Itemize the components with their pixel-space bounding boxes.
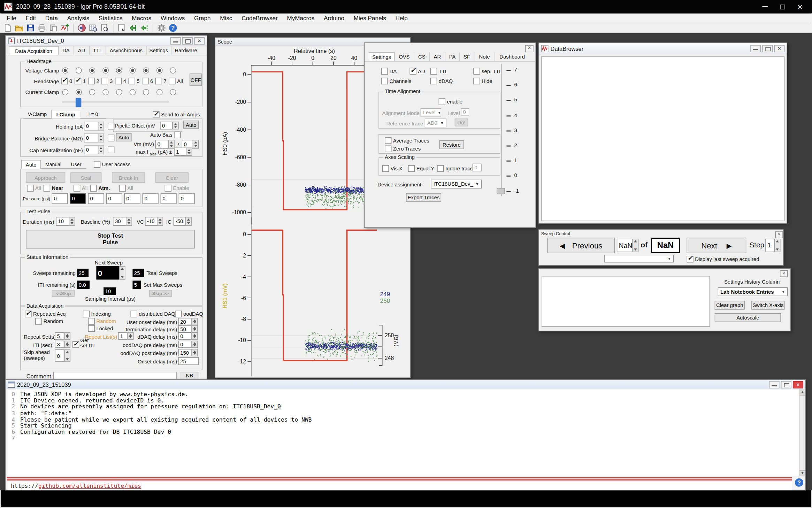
send-to-all-amps-checkbox[interactable]: Send to all Amps: [153, 111, 200, 118]
igor-help-button[interactable]: ?: [795, 478, 803, 487]
settings-gear-icon[interactable]: [157, 23, 166, 32]
vc-radio-2[interactable]: [89, 67, 95, 74]
settings-close-button[interactable]: ✕: [525, 45, 534, 52]
cc-radio-4[interactable]: [116, 89, 122, 95]
device-panel-titlebar[interactable]: ITC18USB_Dev_0 ×: [6, 36, 207, 46]
bs-ttl-checkbox[interactable]: TTL: [430, 68, 448, 75]
clear-button[interactable]: Clear: [155, 172, 189, 183]
sweep-dropdown[interactable]: [604, 255, 674, 262]
sweep-control-close-button[interactable]: ✕: [775, 231, 783, 238]
cc-radio-1[interactable]: [76, 89, 82, 95]
skip-ahead-spinner[interactable]: [64, 349, 70, 362]
pipette-offset-spinner[interactable]: [173, 122, 179, 129]
tab-ttl[interactable]: TTL: [90, 46, 106, 55]
vc-radio-3[interactable]: [102, 67, 109, 74]
cc-radio-5[interactable]: [130, 89, 136, 95]
bs-ddaq-checkbox[interactable]: dDAQ: [430, 78, 453, 84]
tab-pressure-user[interactable]: User: [66, 160, 86, 169]
vm-field[interactable]: 0: [155, 140, 169, 148]
holding-field[interactable]: 0: [84, 122, 99, 130]
max-i-bias-spinner[interactable]: [186, 148, 192, 156]
tab-bs-sf[interactable]: SF: [460, 52, 475, 61]
tab-ad[interactable]: AD: [74, 46, 90, 55]
autoscale-button[interactable]: Autoscale: [715, 313, 781, 322]
cc-radio-2[interactable]: [89, 89, 95, 95]
next-sweep-spinner[interactable]: [119, 266, 125, 280]
average-traces-checkbox[interactable]: Average Traces: [385, 137, 429, 144]
tab-bs-note[interactable]: Note: [474, 52, 495, 61]
menu-edit[interactable]: Edit: [21, 15, 40, 21]
app-minimize-button[interactable]: [757, 1, 773, 12]
auto-bias-checkbox[interactable]: Auto Bias: [150, 131, 181, 138]
ooddaq-post-delay-field[interactable]: 150: [178, 349, 192, 356]
cc-radio-0[interactable]: [62, 89, 68, 95]
pressure-field-5[interactable]: 0: [143, 193, 159, 204]
current-sweep-spinner[interactable]: [632, 239, 638, 252]
export-traces-button[interactable]: Export Traces: [406, 193, 441, 202]
iti-sec-field[interactable]: 3: [55, 341, 64, 348]
ooddaq-pre-delay-field[interactable]: 0: [178, 341, 192, 348]
db-close-button[interactable]: ×: [774, 45, 785, 52]
bridge-balance-field[interactable]: 0: [84, 133, 99, 142]
pipette-offset-field[interactable]: 0: [160, 122, 173, 129]
near-checkbox[interactable]: Near: [44, 185, 63, 192]
tab-settings[interactable]: Settings: [147, 46, 171, 55]
ic-spinner[interactable]: [185, 217, 192, 226]
comment-field[interactable]: [53, 372, 177, 379]
menu-statistics[interactable]: Statistics: [94, 15, 127, 21]
duration-spinner[interactable]: [69, 217, 75, 226]
cmd-close-button[interactable]: ×: [793, 381, 803, 388]
cap-neutralization-checkbox[interactable]: [108, 147, 114, 153]
vc-radio-all[interactable]: [170, 67, 176, 74]
bs-sep-ttl-checkbox[interactable]: sep. TTL: [473, 68, 502, 75]
bs-ad-checkbox[interactable]: AD: [409, 68, 425, 75]
panel-close-button[interactable]: ×: [194, 37, 205, 44]
vc-radio-4[interactable]: [116, 67, 122, 74]
headstage-slider-thumb[interactable]: [76, 98, 81, 107]
equal-y-checkbox[interactable]: Equal Y: [408, 165, 435, 172]
step-spinner[interactable]: [774, 239, 781, 252]
tab-asynchronous[interactable]: Asynchronous: [106, 46, 147, 55]
tab-bs-cs[interactable]: CS: [414, 52, 430, 61]
step-into-icon[interactable]: [129, 23, 138, 32]
cc-radio-all[interactable]: [170, 89, 176, 95]
headstage-check-all[interactable]: All: [169, 78, 183, 84]
user-onset-delay-field[interactable]: 20: [178, 318, 192, 325]
lab-notebook-entries-dropdown[interactable]: Lab Notebook Entries: [718, 287, 788, 296]
headstage-check-2[interactable]: 2: [88, 78, 99, 84]
command-titlebar[interactable]: 2020_09_23_151039 ×: [6, 380, 805, 390]
switch-x-axis-button[interactable]: Switch X-axis: [751, 301, 784, 309]
do-button[interactable]: Do!: [455, 118, 468, 126]
skip-forward-button[interactable]: Skip >>: [149, 290, 172, 297]
onset-delay-field[interactable]: 25: [178, 357, 199, 365]
pressure-field-6[interactable]: 0: [161, 193, 177, 204]
history-panel-icon[interactable]: ✕: [780, 270, 788, 277]
seal-all-checkbox[interactable]: All: [74, 185, 87, 192]
tab-bs-settings[interactable]: Settings: [369, 52, 394, 61]
igor-sphere-icon[interactable]: [77, 23, 86, 32]
ooddaq-post-delay-spinner[interactable]: [192, 349, 198, 356]
headstage-check-7[interactable]: 7: [155, 78, 167, 84]
step-over-icon[interactable]: [140, 23, 149, 32]
headstage-check-5[interactable]: 5: [129, 78, 140, 84]
repeat-set-spinner[interactable]: [64, 332, 70, 340]
new-graph-icon[interactable]: [60, 23, 69, 32]
enable-checkbox[interactable]: Enable: [165, 185, 189, 192]
db-maximize-button[interactable]: [762, 45, 773, 52]
tab-bs-dashboard[interactable]: Dashboard: [495, 52, 529, 61]
menu-help[interactable]: Help: [391, 15, 412, 21]
current-sweep-field[interactable]: NaN: [617, 239, 633, 252]
approach-all-checkbox[interactable]: All: [27, 185, 41, 192]
baseline-spinner[interactable]: [126, 217, 132, 226]
vc-radio-0[interactable]: [62, 67, 68, 74]
restore-button[interactable]: Restore: [439, 140, 464, 149]
indexing-checkbox[interactable]: Indexing: [83, 311, 111, 317]
page-browse-icon[interactable]: [100, 23, 109, 32]
ddaq-delay-field[interactable]: 0: [178, 332, 192, 340]
locked-checkbox[interactable]: Locked: [88, 325, 113, 332]
display-last-sweep-checkbox[interactable]: Display last sweep acquired: [687, 256, 759, 262]
pressure-field-3[interactable]: 0: [106, 193, 122, 204]
vc-field[interactable]: -10: [145, 217, 158, 226]
menu-graph[interactable]: Graph: [190, 15, 215, 21]
iti-sec-spinner[interactable]: [64, 341, 70, 348]
